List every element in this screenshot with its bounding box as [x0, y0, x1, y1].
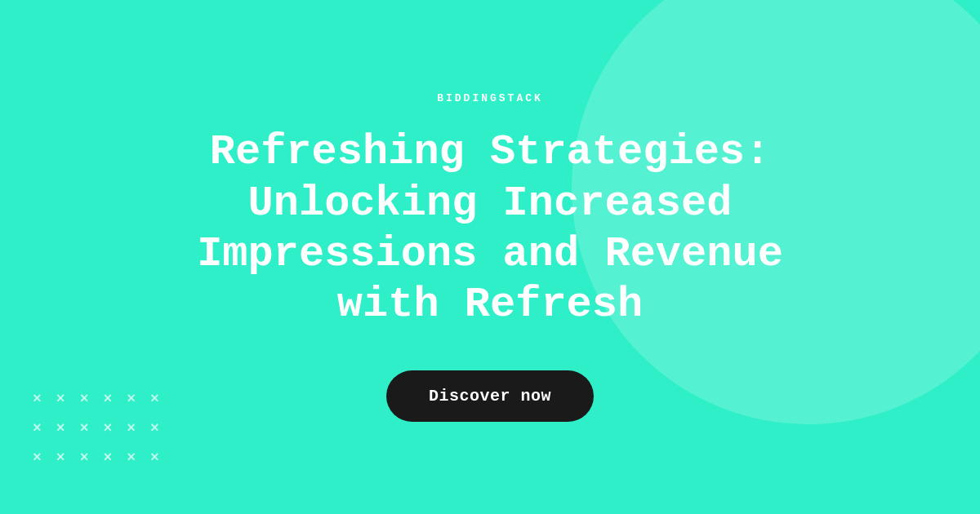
- cross-icon: ×: [103, 450, 112, 465]
- cross-icon: ×: [80, 392, 89, 406]
- main-content: BIDDINGSTACK Refreshing Strategies: Unlo…: [197, 92, 783, 422]
- page-background: × × × × × × × × × × × × × × × × × × BIDD…: [0, 0, 980, 514]
- cross-icon: ×: [80, 421, 89, 436]
- cross-icon: ×: [150, 392, 159, 406]
- cross-icon: ×: [56, 421, 65, 436]
- cross-icon: ×: [33, 450, 42, 465]
- cross-icon: ×: [127, 421, 136, 436]
- cross-icon: ×: [56, 450, 65, 465]
- cross-icon: ×: [127, 450, 136, 465]
- cross-grid-decoration: × × × × × × × × × × × × × × × × × ×: [33, 392, 159, 465]
- cross-icon: ×: [150, 421, 159, 436]
- cross-icon: ×: [33, 421, 42, 436]
- brand-name: BIDDINGSTACK: [437, 92, 543, 104]
- cross-icon: ×: [33, 392, 42, 406]
- cross-icon: ×: [103, 421, 112, 436]
- cross-icon: ×: [127, 392, 136, 406]
- cross-icon: ×: [80, 450, 89, 465]
- cross-icon: ×: [56, 392, 65, 406]
- discover-now-button[interactable]: Discover now: [386, 370, 594, 422]
- page-headline: Refreshing Strategies: Unlocking Increas…: [197, 127, 783, 331]
- cross-icon: ×: [150, 450, 159, 465]
- cross-icon: ×: [103, 392, 112, 406]
